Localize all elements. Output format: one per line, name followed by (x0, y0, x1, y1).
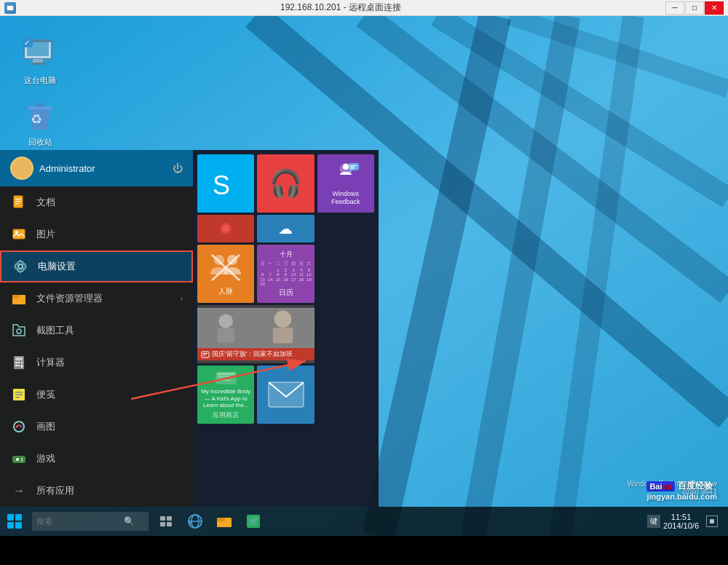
menu-item-games[interactable]: 游戏 (0, 443, 193, 475)
desktop-icon-recycle[interactable]: ♻ 回收站 (15, 96, 66, 151)
taskbar-file-explorer[interactable] (210, 507, 239, 536)
svg-point-25 (18, 264, 23, 269)
search-input[interactable] (36, 517, 124, 526)
svg-line-6 (473, 16, 568, 536)
taskbar-store[interactable]: 🛒 (239, 507, 268, 536)
stickynotes-label: 便笺 (36, 388, 55, 401)
svg-point-44 (20, 426, 23, 428)
paint-label: 画图 (36, 420, 55, 433)
svg-rect-79 (160, 516, 165, 521)
svg-rect-28 (12, 295, 20, 298)
window-controls: ─ □ ✕ (665, 1, 724, 15)
tile-cloud[interactable]: ☁ (257, 215, 314, 242)
svg-text:✓: ✓ (24, 39, 30, 47)
svg-rect-23 (13, 229, 25, 239)
tile-red-small[interactable] (197, 215, 254, 242)
tiles-row-1b: ☁ (197, 215, 374, 242)
windows-logo (7, 514, 22, 529)
svg-rect-75 (217, 380, 231, 381)
svg-rect-55 (350, 167, 355, 169)
search-icon: 🔍 (124, 516, 135, 526)
menu-item-calculator[interactable]: 计算器 (0, 347, 193, 379)
svg-rect-70 (203, 355, 206, 355)
keyboard-indicator[interactable]: 键 (647, 515, 660, 528)
tile-people[interactable]: 人脉 (197, 245, 254, 303)
start-menu: Administrator ⏻ 文档 图片 电脑设置 (0, 150, 379, 507)
settings-icon (12, 258, 29, 275)
baidu-logo: Baidu (646, 481, 675, 491)
user-avatar (10, 157, 33, 180)
taskbar-ie[interactable]: e (181, 507, 210, 536)
tiles-row-1: S 🎧 (197, 154, 374, 213)
tiles-row-2: 人脉 十月 日 一 二 三 四 五 六 1 (197, 245, 374, 303)
power-button[interactable]: ⏻ (173, 162, 183, 174)
games-icon (10, 450, 28, 467)
menu-item-paint[interactable]: 画图 (0, 411, 193, 443)
documents-label: 文档 (36, 196, 55, 209)
desktop-icon-computer[interactable]: ✓ 这台电脑 (15, 34, 66, 89)
svg-text:♻: ♻ (31, 112, 42, 127)
title-text: 192.168.10.201 - 远程桌面连接 (16, 1, 665, 14)
menu-item-all-apps[interactable]: → 所有应用 (0, 475, 193, 507)
start-menu-left: Administrator ⏻ 文档 图片 电脑设置 (0, 150, 193, 507)
svg-text:e: e (189, 519, 193, 526)
menu-item-documents[interactable]: 文档 (0, 186, 193, 218)
svg-line-5 (379, 16, 495, 536)
notification-area[interactable] (702, 507, 722, 536)
tile-skype[interactable]: S (197, 154, 254, 213)
file-explorer-label: 文件资源管理器 (36, 292, 103, 305)
minimize-button[interactable]: ─ (665, 1, 684, 15)
svg-rect-34 (21, 362, 23, 363)
tray-time: 11:51 (663, 513, 699, 521)
taskbar-task-view[interactable] (151, 507, 181, 536)
menu-item-screenshot[interactable]: 截图工具 (0, 315, 193, 347)
svg-line-7 (561, 16, 633, 536)
calendar-month-label: 十月 (280, 250, 293, 259)
close-button[interactable]: ✕ (705, 1, 724, 15)
svg-rect-47 (16, 459, 19, 460)
start-button[interactable] (0, 507, 29, 536)
tiles-row-4: My Incredible Body — A Kid's App to Lear… (197, 366, 374, 424)
svg-rect-32 (15, 362, 17, 363)
people-label: 人脉 (218, 286, 233, 296)
rdp-icon (4, 2, 16, 14)
svg-rect-20 (15, 199, 21, 199)
svg-rect-82 (167, 522, 172, 526)
paint-icon (10, 418, 28, 435)
tile-mail[interactable] (257, 366, 314, 424)
taskbar: 🔍 e (0, 507, 728, 536)
svg-rect-35 (15, 365, 17, 366)
tile-windows-feedback[interactable]: Windows Feedback (317, 154, 374, 213)
tray-date: 2014/10/6 (663, 521, 699, 530)
svg-rect-21 (15, 201, 21, 202)
baidu-jingyan: 百度经验 (678, 480, 713, 492)
svg-point-18 (17, 161, 26, 170)
svg-rect-16 (36, 103, 44, 107)
screenshot-label: 截图工具 (36, 324, 74, 337)
news-title: 国庆'留守族'：回家不如加班 (212, 349, 293, 359)
tile-news[interactable]: 国庆'留守族'：回家不如加班 (197, 305, 314, 363)
desktop: ✓ 这台电脑 ♻ 回收站 (0, 16, 728, 536)
svg-rect-67 (197, 309, 314, 348)
taskbar-search-box[interactable]: 🔍 (32, 512, 149, 531)
all-apps-icon: → (10, 482, 28, 499)
recycle-icon-label: 回收站 (28, 137, 52, 148)
menu-item-file-explorer[interactable]: 文件资源管理器 › (0, 282, 193, 315)
screenshot-icon (10, 322, 28, 339)
svg-rect-22 (15, 203, 19, 204)
stickynotes-icon (10, 386, 28, 403)
tile-calendar[interactable]: 十月 日 一 二 三 四 五 六 1 2 3 4 (257, 245, 314, 303)
svg-point-52 (343, 164, 349, 170)
pictures-icon (10, 226, 28, 243)
tile-appstore[interactable]: My Incredible Body — A Kid's App to Lear… (197, 366, 254, 424)
tile-music[interactable]: 🎧 (257, 154, 314, 213)
restore-button[interactable]: □ (685, 1, 704, 15)
appstore-desc: My Incredible Body — A Kid's App to Lear… (201, 388, 250, 409)
menu-item-pictures[interactable]: 图片 (0, 218, 193, 250)
menu-item-pc-settings[interactable]: 电脑设置 (0, 250, 193, 282)
menu-item-stickynotes[interactable]: 便笺 (0, 379, 193, 411)
svg-rect-74 (217, 378, 227, 379)
tray-datetime[interactable]: 11:51 2014/10/6 (663, 513, 699, 530)
svg-point-29 (17, 329, 21, 333)
svg-point-48 (21, 458, 23, 459)
